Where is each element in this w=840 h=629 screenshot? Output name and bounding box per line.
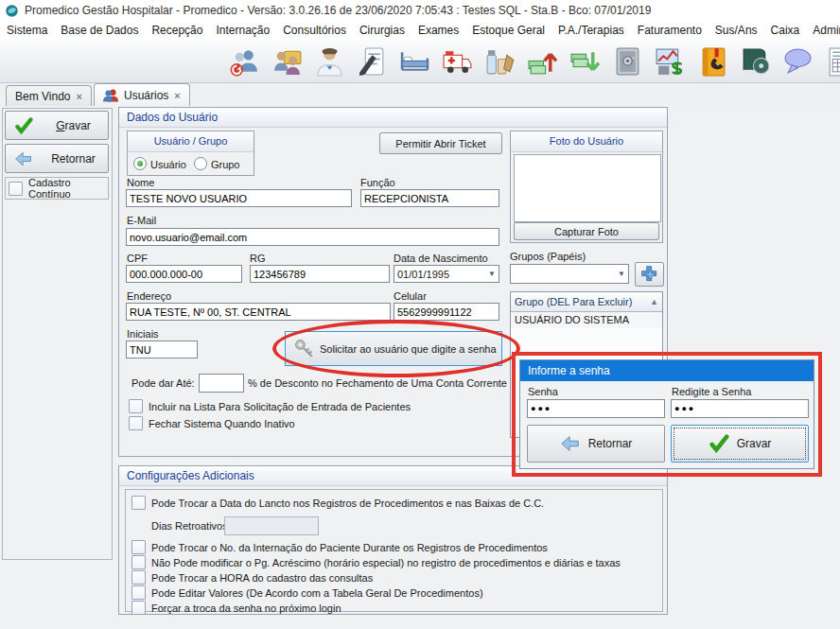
menu-exames[interactable]: Exames xyxy=(411,24,465,37)
menu-faturamento[interactable]: Faturamento xyxy=(631,24,709,37)
menu-cirurgias[interactable]: Cirurgias xyxy=(353,24,411,37)
trocar-internacao-row: Pode Trocar o No. da Internação do Pacie… xyxy=(131,540,548,554)
iniciais-input[interactable] xyxy=(126,341,198,358)
nome-input[interactable] xyxy=(126,189,352,207)
ambulance-icon[interactable] xyxy=(440,44,474,79)
cadastro-continuo-row: Cadastro Contínuo xyxy=(5,177,109,200)
menu-consultorios[interactable]: Consultórios xyxy=(276,24,353,37)
forcar-troca-senha-checkbox[interactable] xyxy=(131,601,146,615)
tab-usuarios[interactable]: Usuários × xyxy=(94,83,190,106)
nao-modificar-acrescimo-row: Não Pode modificar o Pg. Acréscimo (horá… xyxy=(131,555,621,569)
patients-icon[interactable] xyxy=(270,44,304,79)
menu-pa-terapias[interactable]: P.A./Terapias xyxy=(551,24,631,37)
radio-usuario-dot xyxy=(133,157,147,170)
plus-icon xyxy=(640,265,659,284)
desconto-input[interactable] xyxy=(199,374,244,393)
chat-icon[interactable] xyxy=(780,44,814,79)
forcar-troca-senha-row: Forçar a troca da senha no próximo login xyxy=(131,601,341,615)
financial-chart-icon[interactable] xyxy=(653,44,687,79)
radio-grupo[interactable]: Grupo xyxy=(194,157,240,170)
promedico-window: Promedico Gestão Hospitalar - Promedico … xyxy=(0,0,840,629)
endereco-input[interactable] xyxy=(126,303,391,321)
trocar-internacao-checkbox[interactable] xyxy=(131,540,146,554)
email-input[interactable] xyxy=(126,228,499,246)
tab-close-icon[interactable]: × xyxy=(76,91,81,102)
foto-usuario-header: Foto do Usuário xyxy=(511,131,662,152)
foto-usuario-panel: Foto do Usuário Capturar Foto xyxy=(510,131,663,243)
tab-close-icon[interactable]: × xyxy=(174,90,180,101)
tab-bem-vindo[interactable]: Bem Vindo × xyxy=(6,85,92,106)
solicitar-senha-button[interactable]: Solicitar ao usuário que digite a senha xyxy=(285,331,502,366)
menu-sus-ans[interactable]: Sus/Ans xyxy=(709,24,764,37)
capturar-foto-button[interactable]: Capturar Foto xyxy=(514,222,659,240)
menu-estoque-geral[interactable]: Estoque Geral xyxy=(465,24,551,37)
rg-input[interactable] xyxy=(250,265,390,283)
manual-book-icon[interactable] xyxy=(738,44,772,79)
menu-internacao[interactable]: Internação xyxy=(209,24,276,37)
pode-dar-ate-label: Pode dar Até: xyxy=(131,377,195,389)
grupo-list-header[interactable]: Grupo (DEL Para Excluir) ▲ xyxy=(511,292,662,312)
cpf-label: CPF xyxy=(127,253,148,264)
sidebar: Gravar Retornar Cadastro Contínuo xyxy=(2,108,113,560)
fechar-sistema-label: Fechar Sistema Quando Inativo xyxy=(149,418,295,429)
fechar-sistema-checkbox[interactable] xyxy=(129,416,143,430)
cadastro-continuo-checkbox[interactable] xyxy=(9,182,23,196)
cpf-input[interactable] xyxy=(126,265,242,283)
users-icon[interactable] xyxy=(227,44,261,79)
trocar-data-lancto-checkbox[interactable] xyxy=(131,496,146,510)
tab-usuarios-label: Usuários xyxy=(124,89,168,102)
trocar-hora-checkbox[interactable] xyxy=(131,570,146,585)
dialog-retornar-button[interactable]: Retornar xyxy=(527,425,665,463)
grupos-papeis-select[interactable]: ▼ xyxy=(510,264,629,284)
foto-placeholder xyxy=(514,154,661,222)
senha-input[interactable] xyxy=(527,399,665,418)
dialog-gravar-button[interactable]: Gravar xyxy=(671,425,809,463)
revenue-up-icon[interactable] xyxy=(525,44,559,79)
phone-book-icon[interactable] xyxy=(695,44,729,79)
prescription-icon[interactable] xyxy=(355,44,389,79)
menu-caixa[interactable]: Caixa xyxy=(764,24,807,37)
gravar-label: Gravar xyxy=(39,119,108,132)
pharmacy-icon[interactable] xyxy=(482,44,516,79)
grupo-list-item[interactable]: USUÁRIO DO SISTEMA xyxy=(511,312,662,328)
nao-modificar-acrescimo-checkbox[interactable] xyxy=(131,555,146,569)
gravar-button[interactable]: Gravar xyxy=(5,111,109,140)
celular-input[interactable] xyxy=(394,303,499,321)
revenue-down-icon[interactable] xyxy=(568,44,602,79)
menubar: Sistema Base de Dados Recepção Internaçã… xyxy=(0,21,840,40)
dialog-retornar-label: Retornar xyxy=(588,437,633,450)
arrow-left-icon xyxy=(14,149,33,168)
tabbar: Bem Vindo × Usuários × xyxy=(0,83,840,106)
config-adicionais-header: Configurações Adicionais xyxy=(119,466,667,486)
incluir-lista-checkbox[interactable] xyxy=(129,399,143,413)
report-icon[interactable] xyxy=(823,44,840,79)
funcao-input[interactable] xyxy=(360,189,499,207)
dados-usuario-header: Dados do Usuário xyxy=(119,108,667,128)
check-icon xyxy=(14,116,33,135)
hospital-bed-icon[interactable] xyxy=(397,44,431,79)
menu-sistema[interactable]: Sistema xyxy=(0,24,54,37)
add-grupo-button[interactable] xyxy=(635,262,664,287)
doctor-icon[interactable] xyxy=(312,44,346,79)
nascimento-select[interactable]: 01/01/1995 ▼ xyxy=(394,265,499,283)
solicitar-senha-label: Solicitar ao usuário que digite a senha xyxy=(320,343,497,355)
tab-bem-vindo-label: Bem Vindo xyxy=(15,90,70,103)
sort-asc-icon[interactable]: ▲ xyxy=(650,297,658,306)
config-adicionais-group: Configurações Adicionais Pode Trocar a D… xyxy=(118,465,668,615)
safe-icon[interactable] xyxy=(610,44,644,79)
retornar-button[interactable]: Retornar xyxy=(5,144,109,173)
people-icon xyxy=(103,88,118,103)
dropdown-arrow-icon: ▼ xyxy=(618,270,625,278)
senha-label: Senha xyxy=(528,386,558,397)
redigite-senha-input[interactable] xyxy=(671,399,809,418)
dias-retroativos-input[interactable] xyxy=(224,516,319,535)
menu-base-de-dados[interactable]: Base de Dados xyxy=(54,24,145,37)
permitir-abrir-ticket-button[interactable]: Permitir Abrir Ticket xyxy=(379,132,502,154)
arrow-left-icon xyxy=(560,433,581,454)
menu-administracao[interactable]: Administração xyxy=(806,24,840,37)
dialog-gravar-label: Gravar xyxy=(737,437,772,450)
menu-recepcao[interactable]: Recepção xyxy=(145,24,209,37)
endereco-label: Endereço xyxy=(127,290,171,302)
radio-usuario[interactable]: Usuário xyxy=(133,157,186,170)
editar-valores-checkbox[interactable] xyxy=(131,585,146,600)
